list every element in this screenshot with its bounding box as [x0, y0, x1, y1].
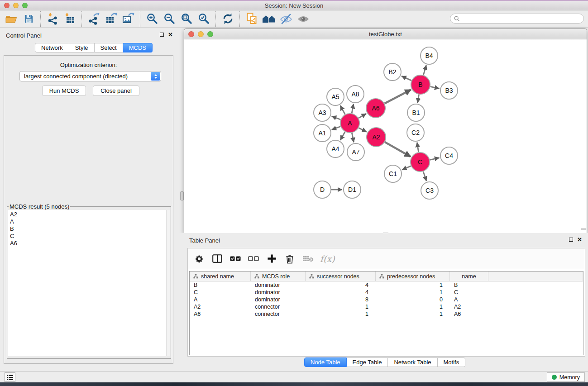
tab-node-table[interactable]: Node Table	[304, 357, 347, 367]
graph-node-A8[interactable]: A8	[347, 86, 364, 103]
mcds-result-item[interactable]: A6	[8, 240, 170, 247]
cell-predecessor-nodes[interactable]: 1	[376, 281, 450, 289]
export-network-icon[interactable]	[85, 12, 102, 26]
table-row[interactable]: Adominator80A	[190, 296, 583, 303]
edge-B-B3[interactable]	[430, 86, 440, 88]
edge-A-A6[interactable]	[359, 114, 366, 118]
tab-mcds[interactable]: MCDS	[123, 43, 153, 52]
cell-shared-name[interactable]: C	[190, 289, 251, 296]
unchecked-boxes-icon[interactable]	[248, 252, 259, 266]
table-row[interactable]: Bdominator41B	[190, 281, 583, 289]
graph-node-C3[interactable]: C3	[421, 182, 438, 199]
edge-A-A3[interactable]	[332, 116, 341, 119]
cell-shared-name[interactable]: B	[190, 281, 251, 289]
cell-predecessor-nodes[interactable]: 1	[376, 303, 450, 310]
mcds-result-item[interactable]: A2	[8, 211, 170, 218]
home-views-icon[interactable]	[260, 12, 277, 26]
function-builder-icon[interactable]: f(x)	[320, 252, 335, 266]
tab-motifs[interactable]: Motifs	[438, 357, 466, 367]
memory-button[interactable]: Memory	[547, 372, 585, 382]
graph-node-A5[interactable]: A5	[327, 88, 344, 105]
cell-mcds-role[interactable]: dominator	[251, 296, 306, 303]
edge-C-C3[interactable]	[423, 172, 426, 181]
cell-name[interactable]: B	[450, 281, 488, 289]
graph-node-C2[interactable]: C2	[407, 124, 424, 141]
network-canvas[interactable]: A A1 A2 A3 A4 A5 A6 A7 A8 B B1 B2 B3	[184, 40, 587, 233]
column-header-predecessor-nodes[interactable]: predecessor nodes	[376, 272, 450, 281]
graph-node-C4[interactable]: C4	[440, 147, 458, 164]
visible-eye-icon[interactable]	[295, 12, 312, 26]
close-panel-icon[interactable]: ✕	[577, 238, 582, 242]
cell-name[interactable]: A2	[450, 303, 488, 310]
add-column-icon[interactable]	[266, 252, 277, 266]
cell-mcds-role[interactable]: connector	[251, 310, 306, 318]
checked-boxes-icon[interactable]	[229, 252, 241, 266]
close-traffic-light[interactable]	[4, 3, 10, 8]
edge-A-A7[interactable]	[352, 133, 354, 143]
column-header-name[interactable]: name	[450, 272, 488, 281]
cell-successor-nodes[interactable]: 8	[306, 296, 376, 303]
minimize-traffic-light[interactable]	[13, 3, 19, 8]
search-box[interactable]	[450, 14, 584, 24]
export-image-icon[interactable]	[120, 12, 137, 26]
hidden-eye-icon[interactable]	[277, 12, 295, 26]
mcds-result-list[interactable]: A2ABCA6	[8, 210, 170, 356]
cell-predecessor-nodes[interactable]: 1	[376, 310, 450, 318]
cell-successor-nodes[interactable]: 4	[306, 281, 376, 289]
mcds-result-item[interactable]: C	[8, 233, 170, 240]
gear-icon[interactable]	[193, 252, 205, 266]
cell-name[interactable]: C	[450, 289, 488, 296]
graph-node-C1[interactable]: C1	[384, 165, 402, 182]
close-traffic-light[interactable]	[188, 31, 194, 37]
edge-B-B4[interactable]	[423, 65, 426, 75]
edge-B-B2[interactable]	[402, 76, 411, 81]
column-header-mcds-role[interactable]: MCDS role	[251, 272, 306, 281]
edge-B-B1[interactable]	[418, 95, 419, 103]
cell-name[interactable]: A6	[450, 310, 488, 318]
tab-network[interactable]: Network	[35, 43, 69, 52]
network-documents-icon[interactable]	[243, 12, 260, 26]
zoom-selected-icon[interactable]	[195, 12, 212, 26]
graph-node-B2[interactable]: B2	[384, 63, 401, 81]
network-window-titlebar[interactable]: testGlobe.txt	[184, 29, 587, 39]
run-mcds-button[interactable]: Run MCDS	[42, 86, 86, 96]
table-row[interactable]: A2connector11A2	[190, 303, 583, 310]
edge-C-C2[interactable]	[417, 143, 418, 152]
graph-node-A[interactable]: A	[340, 114, 359, 133]
graph-node-B4[interactable]: B4	[421, 47, 438, 64]
graph-node-A7[interactable]: A7	[347, 143, 364, 161]
cell-successor-nodes[interactable]: 4	[306, 289, 376, 296]
tab-network-table[interactable]: Network Table	[388, 357, 437, 367]
zoom-in-icon[interactable]	[143, 12, 161, 26]
mcds-result-item[interactable]: A	[8, 218, 170, 225]
cell-predecessor-nodes[interactable]: 0	[376, 296, 450, 303]
graph-node-A4[interactable]: A4	[327, 140, 344, 157]
graph-node-D[interactable]: D	[314, 181, 331, 198]
graph-node-B3[interactable]: B3	[440, 82, 458, 99]
graph-node-B1[interactable]: B1	[407, 104, 425, 121]
edge-C-C1[interactable]	[402, 166, 411, 170]
zoom-traffic-light[interactable]	[207, 31, 213, 37]
tab-edge-table[interactable]: Edge Table	[347, 357, 388, 367]
refresh-view-icon[interactable]	[219, 12, 236, 26]
close-panel-button[interactable]: Close panel	[93, 86, 139, 96]
graph-node-A6[interactable]: A6	[366, 99, 385, 118]
column-header-successor-nodes[interactable]: successor nodes	[306, 272, 376, 281]
cell-shared-name[interactable]: A2	[190, 303, 251, 310]
graph-node-A2[interactable]: A2	[367, 128, 386, 147]
import-table-icon[interactable]	[61, 12, 78, 26]
zoom-traffic-light[interactable]	[22, 3, 28, 8]
cell-successor-nodes[interactable]: 1	[306, 303, 376, 310]
graph-node-A3[interactable]: A3	[314, 104, 331, 121]
cell-shared-name[interactable]: A6	[190, 310, 251, 318]
open-file-icon[interactable]	[3, 12, 20, 26]
cell-name[interactable]: A	[450, 296, 488, 303]
zoom-out-icon[interactable]	[161, 12, 178, 26]
mcds-result-item[interactable]: B	[8, 225, 170, 233]
close-panel-icon[interactable]: ✕	[168, 33, 173, 37]
import-network-icon[interactable]	[44, 12, 61, 26]
cell-mcds-role[interactable]: connector	[251, 303, 306, 310]
table-row[interactable]: A6connector11A6	[190, 310, 583, 318]
column-header-shared-name[interactable]: shared name	[190, 272, 251, 281]
cell-successor-nodes[interactable]: 1	[306, 310, 376, 318]
